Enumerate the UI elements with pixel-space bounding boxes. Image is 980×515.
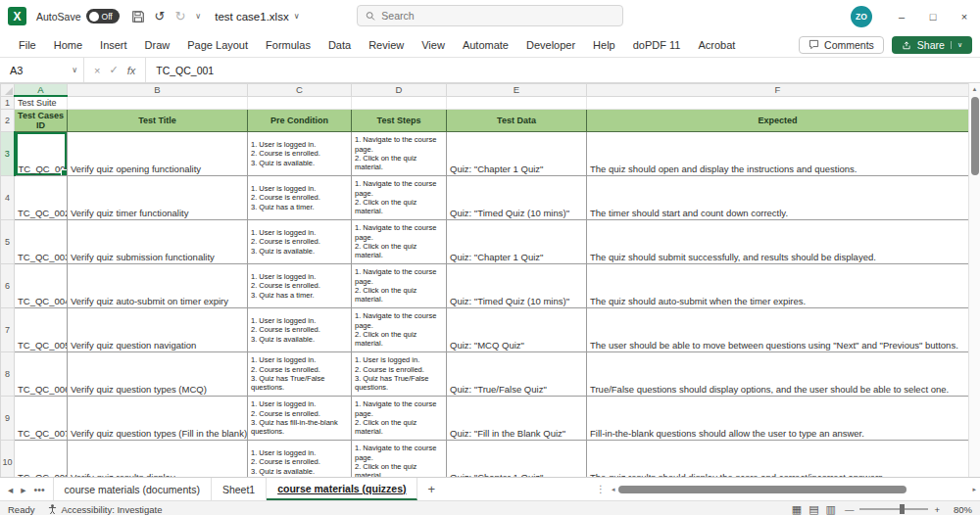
cell-id-row8[interactable]: TC_QC_006 — [15, 352, 68, 397]
header-cell-test-data[interactable]: Test Data — [447, 110, 587, 132]
cell-steps-row5[interactable]: 1. Navigate to the course page. 2. Click… — [352, 220, 447, 264]
cell-expected-row7[interactable]: The user should be able to move between … — [587, 308, 969, 352]
share-caret-icon[interactable]: ∨ — [951, 41, 962, 49]
ribbon-tab-developer[interactable]: Developer — [517, 35, 584, 55]
cell-steps-row6[interactable]: 1. Navigate to the course page. 2. Click… — [352, 264, 447, 308]
ribbon-tab-insert[interactable]: Insert — [91, 35, 136, 55]
sheet-tab-course-materials-documents[interactable]: course materials (documents) — [53, 478, 212, 500]
ribbon-tab-review[interactable]: Review — [360, 35, 413, 55]
row-header-4[interactable]: 4 — [1, 176, 15, 220]
cell-pre-row4[interactable]: 1. User is logged in. 2. Course is enrol… — [248, 176, 352, 220]
cell-data-row5[interactable]: Quiz: "Chapter 1 Quiz" — [447, 220, 587, 264]
cell-title-row7[interactable]: Verify quiz question navigation — [68, 308, 248, 352]
column-header-e[interactable]: E — [447, 84, 587, 97]
row-header-7[interactable]: 7 — [1, 308, 15, 352]
row-header-2[interactable]: 2 — [1, 110, 15, 132]
maximize-button[interactable]: □ — [917, 0, 949, 32]
document-title[interactable]: test case1.xlsx ∨ — [215, 11, 299, 23]
row-header-9[interactable]: 9 — [1, 397, 15, 441]
ribbon-tab-draw[interactable]: Draw — [136, 35, 179, 55]
scroll-up-icon[interactable]: ▲ — [972, 83, 978, 95]
cell-row1-empty[interactable] — [587, 96, 969, 110]
column-header-a[interactable]: A — [15, 84, 68, 97]
cell-data-row8[interactable]: Quiz: "True/False Quiz" — [447, 352, 587, 397]
cell-steps-row3[interactable]: 1. Navigate to the course page. 2. Click… — [352, 132, 447, 176]
confirm-entry-icon[interactable]: ✓ — [109, 64, 118, 76]
redo-icon[interactable]: ↻ — [174, 9, 185, 23]
name-box[interactable]: A3 ∨ — [0, 58, 84, 82]
comments-button[interactable]: Comments — [799, 36, 884, 54]
column-header-f[interactable]: F — [587, 84, 969, 97]
header-cell-test-cases-id[interactable]: Test Cases ID — [15, 110, 68, 132]
undo-icon[interactable]: ↺ — [155, 9, 166, 23]
formula-bar-content[interactable]: TC_QC_001 — [146, 58, 980, 82]
header-cell-pre-condition[interactable]: Pre Condition — [248, 110, 352, 132]
cell-title-row6[interactable]: Verify quiz auto-submit on timer expiry — [68, 264, 248, 308]
cell-steps-row7[interactable]: 1. Navigate to the course page. 2. Click… — [352, 308, 447, 352]
autosave-control[interactable]: AutoSave Off — [36, 9, 120, 23]
close-button[interactable]: × — [949, 0, 980, 32]
ribbon-tab-view[interactable]: View — [413, 35, 454, 55]
column-header-d[interactable]: D — [352, 84, 447, 97]
cell-expected-row5[interactable]: The quiz should submit successfully, and… — [587, 220, 969, 264]
minimize-button[interactable]: – — [886, 0, 917, 32]
cell-id-row5[interactable]: TC_QC_003 — [15, 220, 68, 264]
header-cell-test-steps[interactable]: Test Steps — [352, 110, 447, 132]
customize-toolbar-caret-icon[interactable]: ∨ — [195, 12, 201, 21]
zoom-percentage[interactable]: 80% — [949, 504, 972, 515]
tab-splitter-icon[interactable]: ⋮ — [596, 484, 606, 494]
ribbon-tab-dopdf-11[interactable]: doPDF 11 — [624, 35, 690, 55]
search-box[interactable] — [357, 5, 623, 26]
new-sheet-button[interactable]: + — [417, 478, 445, 500]
sheet-tab-course-materials-quizzes[interactable]: course materials (quizzes) — [267, 478, 417, 500]
cell-data-row3[interactable]: Quiz: "Chapter 1 Quiz" — [447, 132, 587, 176]
vertical-scrollbar[interactable]: ▲ — [968, 83, 980, 477]
horizontal-scrollbar[interactable]: ◂ ▸ — [612, 485, 976, 494]
cell-pre-row7[interactable]: 1. User is logged in. 2. Course is enrol… — [248, 308, 352, 352]
cell-expected-row6[interactable]: The quiz should auto-submit when the tim… — [587, 264, 969, 308]
ribbon-tab-page-layout[interactable]: Page Layout — [178, 35, 257, 55]
cell-expected-row4[interactable]: The timer should start and count down co… — [587, 176, 969, 220]
page-break-view-icon[interactable]: ▥ — [826, 503, 836, 515]
column-header-c[interactable]: C — [248, 84, 352, 97]
row-header-6[interactable]: 6 — [1, 264, 15, 308]
cell-row1-empty[interactable] — [248, 96, 352, 110]
horizontal-scroll-thumb[interactable] — [618, 486, 906, 493]
search-input[interactable] — [381, 10, 614, 22]
cell-row1-empty[interactable] — [352, 96, 447, 110]
cell-data-row4[interactable]: Quiz: "Timed Quiz (10 mins)" — [447, 176, 587, 220]
cell-pre-row5[interactable]: 1. User is logged in. 2. Course is enrol… — [248, 220, 352, 264]
cell-id-row7[interactable]: TC_QC_005 — [15, 308, 68, 352]
cell-title-row4[interactable]: Verify quiz timer functionality — [68, 176, 248, 220]
ribbon-tab-data[interactable]: Data — [319, 35, 360, 55]
normal-view-icon[interactable]: ▦ — [792, 503, 802, 515]
zoom-out-icon[interactable]: — — [845, 504, 855, 515]
cell-pre-row3[interactable]: 1. User is logged in. 2. Course is enrol… — [248, 132, 352, 176]
cell-title-row8[interactable]: Verify quiz question types (MCQ) — [68, 352, 248, 397]
header-cell-expected[interactable]: Expected — [587, 110, 969, 132]
name-box-caret-icon[interactable]: ∨ — [72, 66, 77, 74]
ribbon-tab-home[interactable]: Home — [45, 35, 91, 55]
column-header-b[interactable]: B — [68, 84, 248, 97]
cancel-entry-icon[interactable]: × — [94, 65, 100, 76]
cell-expected-row3[interactable]: The quiz should open and display the ins… — [587, 132, 969, 176]
cell-title-row3[interactable]: Verify quiz opening functionality — [68, 132, 248, 176]
insert-function-icon[interactable]: fx — [127, 65, 136, 76]
header-cell-test-title[interactable]: Test Title — [68, 110, 248, 132]
scroll-left-icon[interactable]: ◂ — [612, 486, 615, 493]
cell-id-row6[interactable]: TC_QC_004 — [15, 264, 68, 308]
ribbon-tab-file[interactable]: File — [10, 35, 45, 55]
zoom-knob[interactable] — [900, 504, 905, 514]
cell-steps-row8[interactable]: 1. User is logged in. 2. Course is enrol… — [352, 352, 447, 397]
accessibility-status[interactable]: Accessibility: Investigate — [48, 504, 162, 515]
cell-expected-row8[interactable]: True/False questions should display opti… — [587, 352, 969, 397]
row-header-8[interactable]: 8 — [1, 352, 15, 397]
cell-title-row5[interactable]: Verify quiz submission functionality — [68, 220, 248, 264]
sheet-tab-sheet1[interactable]: Sheet1 — [212, 478, 267, 500]
cell-data-row6[interactable]: Quiz: "Timed Quiz (10 mins)" — [447, 264, 587, 308]
share-button[interactable]: Share ∨ — [892, 36, 972, 54]
cell-id-row3[interactable]: TC_QC_001 — [15, 132, 68, 176]
cell-pre-row9[interactable]: 1. User is logged in. 2. Course is enrol… — [248, 397, 352, 441]
cell-title-row9[interactable]: Verify quiz question types (Fill in the … — [68, 397, 248, 441]
cell-row1-empty[interactable] — [447, 96, 587, 110]
